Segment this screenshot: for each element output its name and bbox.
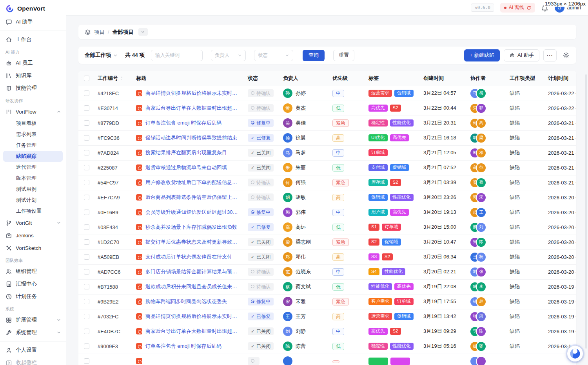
row-checkbox[interactable] <box>84 314 89 319</box>
sidebar-subitem-test-case[interactable]: 测试用例 <box>3 184 63 195</box>
sidebar-subitem-project-board[interactable]: 项目看板 <box>3 118 63 129</box>
table-row[interactable]: #225087 退货审核通过后物流单号未自动回填 ✓已关闭 朱朱丽 低 支付域促… <box>78 160 576 175</box>
workitem-title-link[interactable]: 订单备注包含 emoji 时保存后乱码 <box>145 343 221 350</box>
workitem-title-link[interactable]: 秒杀高并发场景下库存扣减偶发出现负数 <box>145 224 237 231</box>
row-checkbox[interactable] <box>84 195 89 200</box>
ai-assistant-button[interactable]: AI 助手 <box>504 49 539 61</box>
row-checkbox[interactable] <box>84 329 89 334</box>
workitem-title-link[interactable]: 退款成功后积分未回退且会员成长值未修正 <box>145 283 241 290</box>
sidebar-item-personal-settings[interactable]: 个人设置 <box>0 344 66 356</box>
workitem-title-link[interactable]: 支付成功后订单状态偶发停留在待支付 <box>145 253 232 260</box>
sidebar-subitem-requirement-list[interactable]: 需求列表 <box>3 129 63 140</box>
sidebar-item-collapse-sidebar[interactable]: 收起侧栏 <box>0 356 66 365</box>
workitem-title-link[interactable]: 退货审核通过后物流单号未自动回填 <box>145 164 227 171</box>
more-actions-button[interactable]: ··· <box>543 49 557 61</box>
table-row[interactable]: #EF7CA9 后台商品列表筛选条件清空后仍保留上次结果 待确认 胡胡敏 高 促… <box>78 190 576 205</box>
row-checkbox[interactable] <box>84 284 89 289</box>
sidebar-item-knowledge-base[interactable]: 知识库 <box>0 69 66 82</box>
workitem-title-link[interactable]: 商家后台导出订单在大数据量时出现超时失败 <box>145 105 241 112</box>
row-checkbox[interactable] <box>84 105 89 111</box>
sidebar-subitem-workitem-settings[interactable]: 工作项设置 <box>3 206 63 217</box>
sidebar-item-org-management[interactable]: 组织管理 <box>0 265 66 278</box>
workitem-title-link[interactable]: 多门店分销场景结算金额计算结果与预期不... <box>145 268 241 275</box>
table-row[interactable]: #B71588 退款成功后积分未回退且会员成长值未修正 待确认 蔡蔡文斌 低 性… <box>78 279 576 294</box>
breadcrumb-dropdown-button[interactable] <box>138 28 148 36</box>
sidebar-item-workbench[interactable]: 工作台 <box>0 33 66 46</box>
sidebar-item-skill-management[interactable]: 技能管理 <box>0 82 66 94</box>
select-all-checkbox[interactable] <box>84 76 89 81</box>
keyword-input[interactable] <box>151 50 203 61</box>
scope-selector[interactable]: 全部工作项 <box>85 52 118 59</box>
row-checkbox[interactable] <box>84 165 89 170</box>
table-row[interactable]: #7032FC 商品详情页切换规格后价格展示未实时刷新 ✓已修复 王王芳 高 运… <box>78 309 576 324</box>
reset-button[interactable]: 重置 <box>333 50 354 61</box>
owner-select[interactable]: 负责人 <box>211 50 246 61</box>
table-row[interactable] <box>78 354 576 365</box>
sidebar-item-report-center[interactable]: 汇报中心 <box>0 278 66 290</box>
workitem-title-link[interactable]: 商品详情页切换规格后价格展示未实时刷新 <box>145 90 241 97</box>
sidebar-subitem-task-management[interactable]: 任务管理 <box>3 140 63 151</box>
workitem-title-link[interactable]: 商家后台导出订单在大数据量时出现超时失败 <box>145 328 241 335</box>
workitem-title-link[interactable]: 购物车跨端同步时商品勾选状态丢失 <box>145 298 227 305</box>
status-select[interactable]: 状态 <box>254 50 293 61</box>
sidebar-subitem-defect-tracking[interactable]: 缺陷跟踪 <box>3 151 63 162</box>
table-row[interactable]: #8779DD 订单备注包含 emoji 时保存后乱码 修复中 吴吴佳 紧急 稳… <box>78 116 576 130</box>
row-checkbox[interactable] <box>84 180 89 185</box>
table-row[interactable]: #9B29E2 购物车跨端同步时商品勾选状态丢失 修复中 宋宋雅 紧急 客户需求… <box>78 294 576 309</box>
sidebar-item-vortflow[interactable]: VortFlow <box>0 105 66 118</box>
sidebar-item-scheduled-tasks[interactable]: 计划任务 <box>0 290 66 303</box>
row-checkbox[interactable] <box>84 90 89 96</box>
row-checkbox[interactable] <box>84 254 89 260</box>
row-checkbox[interactable] <box>84 299 89 304</box>
workitem-title-link[interactable]: 后台商品列表筛选条件清空后仍保留上次结果 <box>145 194 241 201</box>
workitem-title-link[interactable]: 用户修改收货地址后已下单的配送信息未同步 <box>145 179 241 186</box>
sidebar-subitem-test-plan[interactable]: 测试计划 <box>3 195 63 206</box>
floating-ai-button[interactable] <box>567 346 583 361</box>
workitem-title-link[interactable]: 订单备注包含 emoji 时保存后乱码 <box>145 119 221 126</box>
table-row[interactable]: #4218EC 商品详情页切换规格后价格展示未实时刷新 待确认 孙孙婷 中 运营… <box>78 86 576 101</box>
workitem-title-link[interactable]: 促销活动边界时间判断错误导致提前结束 <box>145 134 237 141</box>
table-row[interactable]: #7AD824 搜索结果排序在翻页后出现重复条目 ✓已关闭 马马超 中 订单域 … <box>78 145 576 160</box>
table-row[interactable]: #1D2C70 提交订单后优惠券状态未及时更新导致可重... ✓已关闭 梁梁志刚… <box>78 235 576 249</box>
row-checkbox[interactable] <box>84 150 89 155</box>
column-header[interactable]: 工作编号 <box>93 71 131 86</box>
table-row[interactable]: #03E434 秒杀高并发场景下库存扣减偶发出现负数 ✓已修复 高高远 低 S1… <box>78 220 576 235</box>
ai-status-badge[interactable]: AI 离线 <box>500 3 535 13</box>
new-defect-button[interactable]: + 新建缺陷 <box>464 49 500 61</box>
table-row[interactable]: #E4DB7C 商家后台导出订单在大数据量时出现超时失败 ✓已关闭 刘刘静 中 … <box>78 324 576 339</box>
row-checkbox[interactable] <box>84 120 89 126</box>
table-row[interactable]: #54FC97 用户修改收货地址后已下单的配送信息未同步 待确认 何何强 紧急 … <box>78 175 576 190</box>
settings-gear-icon[interactable] <box>562 51 570 59</box>
refresh-icon[interactable] <box>526 5 531 10</box>
sidebar-subitem-iteration-management[interactable]: 迭代管理 <box>3 162 63 173</box>
table-row[interactable]: #E30714 商家后台导出订单在大数据量时出现超时失败 待确认 黄黄杰 低 高… <box>78 101 576 116</box>
row-checkbox[interactable] <box>84 358 89 364</box>
sidebar-item-vortsketch[interactable]: VortSketch <box>0 242 66 254</box>
row-checkbox[interactable] <box>84 343 89 349</box>
sidebar-item-system-management[interactable]: 系统管理 <box>0 326 66 339</box>
workitem-title-link[interactable]: 会员等级升级通知短信发送延迟超过30分钟 <box>145 209 241 216</box>
row-checkbox[interactable] <box>84 239 89 245</box>
search-button[interactable]: 查询 <box>303 50 325 61</box>
row-checkbox[interactable] <box>84 135 89 141</box>
breadcrumb-section[interactable]: 项目 <box>94 29 105 36</box>
table-row[interactable]: #A509EB 支付成功后订单状态偶发停留在待支付 ✓已关闭 邓邓伟 高 S3S… <box>78 249 576 264</box>
table-row[interactable]: #FC9C36 促销活动边界时间判断错误导致提前结束 ✓已修复 徐徐晨 高 UI… <box>78 130 576 145</box>
workitem-title-link[interactable]: 商品详情页切换规格后价格展示未实时刷新 <box>145 313 241 320</box>
sidebar-item-vortgit[interactable]: VortGit <box>0 217 66 229</box>
sidebar-subitem-version-management[interactable]: 版本管理 <box>3 173 63 184</box>
sort-icon[interactable] <box>119 76 124 81</box>
row-checkbox[interactable] <box>84 224 89 230</box>
page-scrollbar[interactable] <box>585 74 587 349</box>
table-row[interactable]: #AD7CC6 多门店分销场景结算金额计算结果与预期不... 待确认 范范晓东 … <box>78 264 576 279</box>
row-checkbox[interactable] <box>84 269 89 275</box>
table-row[interactable]: #0F16B9 会员等级升级通知短信发送延迟超过30分钟 修复中 郭郭伟 中 用… <box>78 205 576 220</box>
workitem-title-link[interactable]: 提交订单后优惠券状态未及时更新导致可重... <box>145 239 241 246</box>
sidebar-item-ai-staff[interactable]: AI 员工 <box>0 57 66 69</box>
sidebar-item-jenkins[interactable]: Jenkins <box>0 229 66 242</box>
row-checkbox[interactable] <box>84 210 89 215</box>
workitem-title-link[interactable]: 搜索结果排序在翻页后出现重复条目 <box>145 149 227 156</box>
table-row[interactable]: #9009E3 订单备注包含 emoji 时保存后乱码 ✓已关闭 陈陈蕾 低 稳… <box>78 339 576 354</box>
sidebar-item-extension-management[interactable]: 扩展管理 <box>0 314 66 326</box>
sidebar-item-ai-assistant[interactable]: AI 助手 <box>0 16 66 28</box>
